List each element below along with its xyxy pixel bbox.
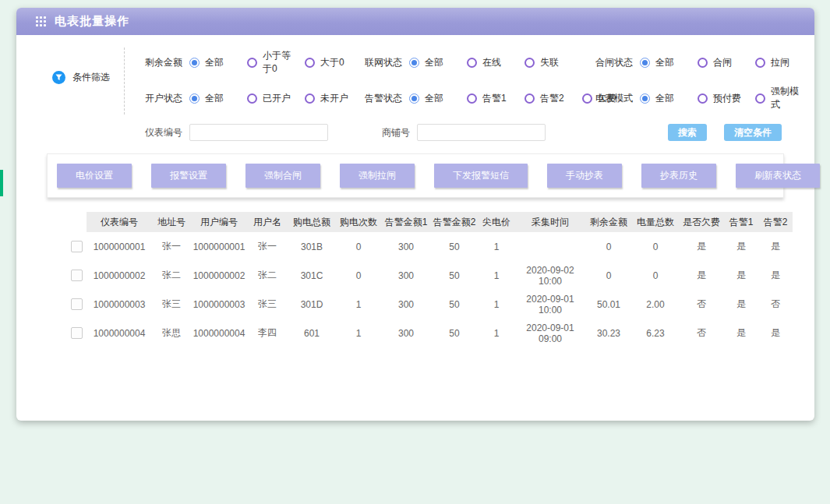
row-checkbox[interactable] [71, 298, 83, 310]
table-cell: 1 [336, 319, 381, 347]
radio-icon[interactable] [305, 93, 315, 104]
table-cell: 1 [478, 232, 515, 261]
action-button[interactable]: 报警设置 [151, 164, 226, 188]
table-cell: 张一 [152, 232, 191, 261]
column-header: 仪表编号 [87, 212, 152, 232]
grid-menu-icon[interactable] [36, 16, 46, 26]
filter-main: 剩余金额 全部 小于等于0 大于0 联网状态 全部 在线 失联 合闸状态 全部 [137, 46, 813, 141]
radio-icon[interactable] [640, 58, 650, 68]
radio-icon[interactable] [189, 93, 200, 104]
radio-option[interactable]: 失联 [524, 56, 574, 69]
radio-icon[interactable] [582, 93, 592, 104]
column-header: 是否欠费 [679, 212, 724, 232]
radio-icon[interactable] [189, 58, 200, 68]
funnel-icon [52, 71, 65, 84]
clear-conditions-button[interactable]: 清空条件 [724, 124, 782, 141]
radio-icon[interactable] [698, 58, 708, 68]
radio-icon[interactable] [467, 58, 477, 68]
action-button[interactable]: 刷新表状态 [736, 164, 820, 188]
filter-group: 开户状态 全部 已开户 未开户 [137, 85, 357, 111]
radio-icon[interactable] [755, 93, 765, 104]
radio-option[interactable]: 在线 [467, 56, 517, 69]
filter-group-label: 合闸状态 [588, 56, 633, 69]
radio-option[interactable]: 全部 [640, 92, 690, 105]
radio-option[interactable]: 全部 [189, 92, 239, 105]
radio-icon[interactable] [409, 58, 419, 68]
radio-option-label: 全部 [655, 56, 674, 69]
radio-icon[interactable] [755, 58, 765, 68]
table-header-row: 仪表编号地址号用户编号用户名购电总额购电次数告警金额1告警金额2尖电价采集时间剩… [66, 212, 793, 232]
radio-option[interactable]: 强制模式 [755, 85, 805, 111]
radio-option[interactable]: 告警2 [524, 92, 574, 105]
radio-option[interactable]: 已开户 [247, 92, 297, 105]
action-button[interactable]: 抄表历史 [641, 164, 716, 188]
radio-option-label: 告警2 [540, 92, 564, 105]
table-row: 1000000004张思1000000004李四60113005012020-0… [66, 319, 793, 347]
row-checkbox[interactable] [71, 327, 83, 339]
radio-icon[interactable] [247, 93, 257, 104]
table-cell: 张二 [152, 261, 191, 290]
table-row: 1000000001张一1000000001张一301B030050100是是是 [66, 232, 793, 261]
row-checkbox[interactable] [71, 241, 83, 252]
search-button[interactable]: 搜索 [668, 124, 707, 141]
action-button[interactable]: 强制合闸 [245, 164, 320, 188]
table-cell [515, 232, 585, 261]
filter-group-label: 联网状态 [357, 56, 402, 69]
radio-option[interactable]: 全部 [640, 56, 690, 69]
radio-option[interactable]: 全部 [189, 56, 239, 69]
radio-option[interactable]: 全部 [409, 92, 459, 105]
action-button[interactable]: 电价设置 [57, 164, 132, 188]
radio-option-label: 拉闸 [771, 56, 789, 69]
radio-option[interactable]: 大于0 [305, 56, 355, 69]
radio-option[interactable]: 小于等于0 [247, 49, 297, 76]
radio-icon[interactable] [524, 93, 535, 104]
radio-icon[interactable] [640, 93, 650, 104]
table-cell: 0 [336, 261, 381, 290]
radio-option[interactable]: 拉闸 [755, 56, 805, 69]
radio-icon[interactable] [467, 93, 477, 104]
table-cell: 张思 [152, 319, 191, 347]
column-header: 用户名 [247, 212, 288, 232]
action-button[interactable]: 强制拉闸 [340, 164, 415, 188]
table-cell: 601 [288, 319, 336, 347]
radio-icon[interactable] [698, 93, 708, 104]
page-title: 电表批量操作 [55, 14, 129, 29]
table-cell: 30.23 [585, 319, 632, 347]
filter-inputs-row: 仪表编号 商铺号 搜索 清空条件 [137, 124, 813, 141]
meter-no-label: 仪表编号 [137, 126, 182, 139]
column-header: 告警金额2 [431, 212, 478, 232]
row-checkbox[interactable] [71, 270, 83, 281]
filter-group: 电表模式 全部 预付费 强制模式 [588, 85, 813, 111]
radio-option[interactable]: 未开户 [305, 92, 355, 105]
meter-no-input[interactable] [189, 124, 328, 141]
radio-option[interactable]: 告警1 [467, 92, 517, 105]
radio-icon[interactable] [409, 93, 419, 104]
action-button[interactable]: 手动抄表 [547, 164, 622, 188]
radio-icon[interactable] [247, 58, 257, 68]
radio-option-label: 全部 [205, 92, 224, 105]
table-cell: 0 [632, 261, 679, 290]
filter-group-options: 全部 小于等于0 大于0 [189, 49, 362, 76]
column-header: 告警1 [724, 212, 758, 232]
table-cell: 300 [381, 232, 431, 261]
table-cell: 0 [336, 232, 381, 261]
radio-option[interactable]: 合闸 [698, 56, 747, 69]
table-cell: 是 [679, 261, 724, 290]
table-cell: 是 [679, 232, 724, 261]
action-button[interactable]: 下发报警短信 [434, 164, 528, 188]
table-cell: 张三 [152, 290, 191, 319]
radio-option[interactable]: 预付费 [698, 92, 747, 105]
filter-group-label: 告警状态 [357, 92, 402, 105]
table-body: 1000000001张一1000000001张一301B030050100是是是… [66, 232, 793, 347]
shop-no-input[interactable] [417, 124, 546, 141]
radio-icon[interactable] [524, 58, 535, 68]
radio-icon[interactable] [305, 58, 315, 68]
radio-option[interactable]: 全部 [409, 56, 459, 69]
shop-no-label: 商铺号 [365, 126, 410, 139]
radio-option-label: 未开户 [320, 92, 348, 105]
table-cell: 1000000002 [87, 261, 152, 290]
table-cell: 1000000003 [87, 290, 152, 319]
radio-option-label: 已开户 [263, 92, 291, 105]
action-bar: 电价设置报警设置强制合闸强制拉闸下发报警短信手动抄表抄表历史刷新表状态 [47, 153, 784, 198]
column-header: 告警2 [758, 212, 793, 232]
